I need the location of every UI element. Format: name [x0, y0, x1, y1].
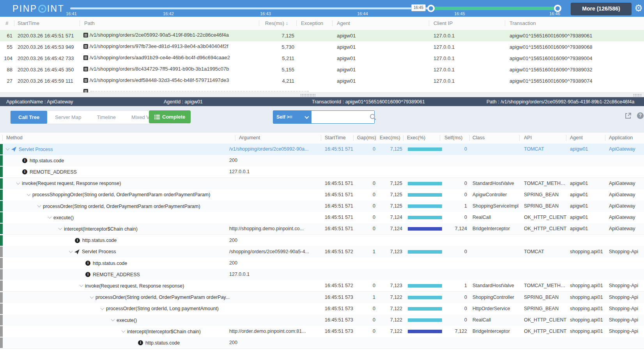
- agent-cell: apigw01: [570, 215, 607, 220]
- column-separator: [605, 135, 605, 141]
- argument-cell: /shopping/orders/2ce05992-90a5-4...: [229, 249, 319, 254]
- method-label: intercept(Interceptor$Chain chain): [127, 329, 201, 334]
- more-button[interactable]: More (126/586): [571, 3, 632, 15]
- tx-column-client-ip[interactable]: Client IP: [433, 20, 453, 26]
- chevron-collapse-icon[interactable]: [37, 204, 41, 208]
- class-cell: StandardHostValve: [472, 283, 521, 288]
- application-cell: Shopping-Api: [609, 306, 642, 311]
- tx-starttime: 2020.03.26 16:45:53 949: [18, 44, 74, 50]
- tab-timeline[interactable]: Timeline: [89, 111, 124, 124]
- exec-percent-bar: [408, 147, 442, 151]
- call-tree-row[interactable]: processShoppingOrder(String orderId, Ord…: [0, 189, 644, 201]
- exec-ms-cell: 7,122: [379, 317, 402, 323]
- chevron-collapse-icon[interactable]: [58, 226, 62, 230]
- tx-column-exception[interactable]: Exception: [301, 20, 323, 26]
- settings-gear-icon[interactable]: ⚙: [633, 2, 644, 14]
- argument-cell: 200: [229, 340, 319, 345]
- call-tree-row[interactable]: ihttp.status.code 200: [0, 235, 644, 247]
- application-cell: ApiGateway: [609, 203, 642, 209]
- tree-column-class[interactable]: Class: [472, 135, 485, 140]
- resize-grip-icon[interactable]: [300, 94, 316, 97]
- tree-column-exec-[interactable]: Exec(%): [407, 135, 425, 140]
- tree-column-method[interactable]: Method: [6, 135, 23, 140]
- tree-column-starttime[interactable]: StartTime: [325, 135, 346, 140]
- path-doc-icon: [83, 89, 88, 92]
- chevron-collapse-icon[interactable]: [69, 249, 73, 253]
- call-tree-row[interactable]: Servlet Process /v1/shopping/orders/2ce0…: [0, 144, 644, 155]
- chevron-collapse-icon[interactable]: [101, 306, 104, 310]
- call-tree-row[interactable]: intercept(Interceptor$Chain chain) http:…: [0, 223, 644, 235]
- tx-column-starttime[interactable]: StartTime: [18, 20, 39, 26]
- transaction-row[interactable]: 27 2020.03.26 16:45:59 111 /v1/shopping/…: [0, 75, 644, 87]
- tree-column-exec-ms-[interactable]: Exec(ms): [380, 135, 400, 140]
- filter-type-dropdown[interactable]: Self >=: [273, 111, 311, 123]
- column-separator: [332, 20, 333, 26]
- call-tree-row[interactable]: ihttp.status.code 200: [0, 337, 644, 349]
- search-icon[interactable]: [370, 114, 377, 121]
- call-tree-row[interactable]: processOrder(String orderId, OrderPaymen…: [0, 201, 644, 212]
- tree-column-self-ms-[interactable]: Self(ms): [444, 135, 463, 140]
- tree-column-gap-ms-[interactable]: Gap(ms): [357, 135, 376, 140]
- class-cell: BridgeInterceptor: [472, 329, 521, 334]
- chevron-collapse-icon[interactable]: [122, 329, 126, 333]
- chevron-collapse-icon[interactable]: [27, 192, 31, 196]
- call-tree-row[interactable]: Servlet Process /shopping/orders/2ce0599…: [0, 246, 644, 258]
- tree-column-argument[interactable]: Argument: [239, 135, 260, 140]
- timeline-left-handle[interactable]: [427, 5, 435, 12]
- chevron-collapse-icon[interactable]: [16, 181, 20, 185]
- open-in-new-icon[interactable]: [625, 112, 632, 119]
- call-tree-row[interactable]: invoke(Request request, Response respons…: [0, 178, 644, 190]
- chevron-collapse-icon[interactable]: [6, 147, 10, 151]
- tree-column-application[interactable]: Application: [609, 135, 633, 140]
- exec-percent-bar: [408, 216, 442, 219]
- call-tree-row[interactable]: execute() 16:45:51 573 0 7,122 0 RealCal…: [0, 314, 644, 326]
- call-tree-row[interactable]: processOrder(String orderId, OrderPaymen…: [0, 292, 644, 304]
- tx-response-ms: 5,155: [255, 67, 294, 73]
- tx-column--[interactable]: #: [5, 20, 8, 26]
- call-tree-row[interactable]: iREMOTE_ADDRESS 127.0.0.1: [0, 166, 644, 178]
- method-label: execute(): [53, 215, 74, 220]
- chevron-collapse-icon[interactable]: [80, 283, 83, 287]
- complete-button[interactable]: Complete: [149, 110, 191, 123]
- tx-transaction-id: apigw01^1565160016090^79389004: [510, 55, 592, 61]
- tx-transaction-id: apigw01^1565160016090^79389068: [510, 44, 592, 50]
- servlet-paper-plane-icon: [74, 249, 80, 254]
- tx-column-path[interactable]: Path: [84, 20, 95, 26]
- argument-cell: /v1/shopping/orders/2ce05992-90a...: [229, 146, 319, 152]
- tx-column-transaction[interactable]: Transaction: [510, 20, 536, 26]
- transaction-row[interactable]: 104 2020.03.26 16:45:42 733 /v1/shopping…: [0, 53, 644, 64]
- tab-call-tree[interactable]: Call Tree: [11, 111, 47, 124]
- tree-column-agent[interactable]: Agent: [570, 135, 583, 140]
- transaction-row[interactable]: 88 2020.03.26 16:45:45 350 /v1/shopping/…: [0, 64, 644, 76]
- transaction-row[interactable]: 61 2020.03.26 16:45:51 571 /v1/shopping/…: [0, 30, 644, 42]
- method-label: processOrder(String orderId, Long paymen…: [106, 306, 219, 311]
- application-cell: Shopping-Api: [609, 249, 642, 254]
- call-tree-row[interactable]: iREMOTE_ADDRESS 127.0.0.1: [0, 269, 644, 281]
- chevron-collapse-icon[interactable]: [90, 295, 94, 298]
- timeline-selected-range[interactable]: [431, 7, 557, 10]
- chevron-collapse-icon[interactable]: [111, 318, 115, 321]
- method-label: invoke(Request request, Response respons…: [85, 283, 184, 289]
- resize-grip-right-icon[interactable]: [633, 94, 642, 97]
- call-tree-row[interactable]: ihttp.status.code 200: [0, 155, 644, 167]
- chevron-collapse-icon[interactable]: [48, 215, 52, 219]
- call-tree-row[interactable]: intercept(Interceptor$Chain chain) http:…: [0, 326, 644, 337]
- tx-index: 61: [2, 33, 12, 39]
- column-separator: [80, 20, 80, 26]
- call-tree-row[interactable]: execute() 16:45:51 571 0 7,124 0 RealCal…: [0, 212, 644, 224]
- call-tree-row[interactable]: invoke(Request request, Response respons…: [0, 280, 644, 292]
- help-icon[interactable]: ?: [637, 112, 644, 119]
- call-tree-row[interactable]: processOrder(String orderId, Long paymen…: [0, 303, 644, 315]
- tx-column-agent[interactable]: Agent: [337, 20, 350, 26]
- call-tree-row[interactable]: ihttp.status.code 200: [0, 258, 644, 269]
- search-input[interactable]: [311, 111, 374, 123]
- tx-column-res-ms-[interactable]: Res(ms) ↓: [265, 20, 288, 26]
- tab-server-map[interactable]: Server Map: [47, 111, 89, 124]
- exec-percent-bar: [408, 330, 442, 333]
- column-separator: [403, 135, 403, 141]
- api-cell: SPRING_BEAN: [524, 203, 568, 209]
- self-ms-cell: 1: [444, 203, 467, 209]
- transaction-row[interactable]: 55 2020.03.26 16:45:53 949 /v1/shopping/…: [0, 41, 644, 53]
- tree-column-api[interactable]: API: [524, 135, 532, 140]
- exec-percent-bar: [408, 284, 442, 288]
